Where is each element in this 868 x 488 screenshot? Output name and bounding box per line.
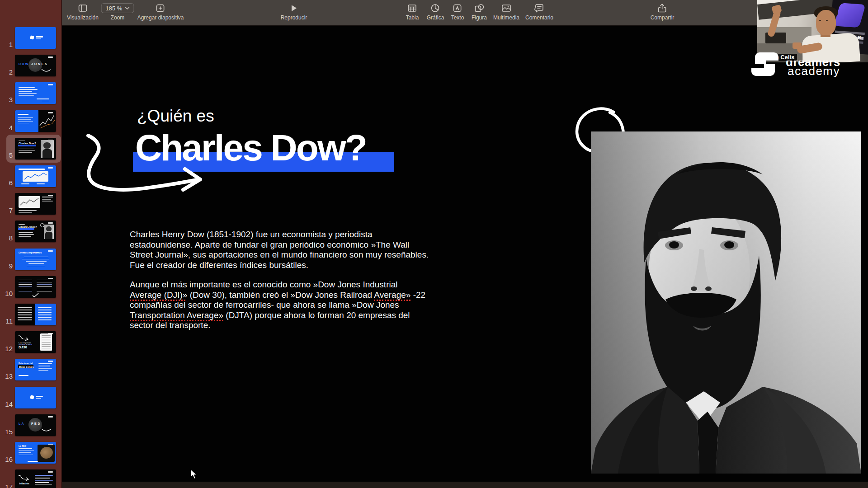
slide-number: 2 — [0, 68, 13, 76]
play-button[interactable]: Reproducir — [281, 2, 307, 21]
thumbnail-logo-mark — [48, 56, 53, 58]
slide-thumbnail-11[interactable] — [15, 304, 56, 325]
slide-thumbnail-5[interactable]: Charles Dow? — [15, 138, 56, 160]
slide-thumbnail-12[interactable]: Las empresascon más % en elDJ30 — [15, 331, 56, 353]
text-icon — [451, 2, 464, 14]
webcam-pointing-hand — [793, 42, 802, 49]
slide-thumbnail-17[interactable]: Inflación — [15, 469, 56, 488]
thumbnail-logo-mark — [48, 278, 53, 279]
slide-number: 9 — [0, 262, 13, 270]
slide-number: 7 — [0, 206, 13, 214]
thumbnail-logo-mark — [48, 416, 53, 418]
banner-logo-icon — [834, 3, 866, 28]
view-options-button[interactable]: Visualización — [67, 2, 99, 21]
zoom-control[interactable]: 185 % Zoom — [101, 2, 134, 21]
slide-number: 4 — [0, 124, 13, 131]
thumbnail-logo-mark — [48, 195, 53, 196]
shape-icon — [472, 2, 487, 14]
share-icon — [651, 2, 675, 14]
thumbnail-logo-mark — [48, 222, 53, 224]
thumbnail-logo-mark — [48, 361, 53, 362]
slide-number: 11 — [0, 317, 13, 325]
slide-number: 15 — [0, 428, 13, 436]
add-slide-icon — [137, 2, 184, 14]
chart-icon — [427, 2, 444, 14]
text-button[interactable]: Texto — [451, 2, 464, 21]
comment-button[interactable]: Comentario — [525, 2, 553, 21]
slide-navigator: 1DOWJONES234Charles Dow?567Edward Jones?… — [0, 0, 62, 488]
thumbnail-logo-mark — [48, 250, 53, 252]
thumbnail-logo-mark — [48, 471, 53, 473]
slide-title[interactable]: Charles Dow? — [135, 127, 366, 169]
brand-word-academy: academy — [788, 64, 840, 78]
shape-button[interactable]: Figura — [472, 2, 487, 21]
thumbnail-logo-mark — [48, 84, 53, 85]
slide-thumbnail-9[interactable]: Eventos importantes — [15, 249, 56, 270]
slide-number: 12 — [0, 345, 13, 352]
mouse-cursor — [190, 469, 198, 480]
slide-thumbnail-2[interactable]: DOWJONES — [15, 55, 56, 76]
slide-number: 5 — [0, 151, 13, 159]
brand-logo: dreamers academy — [746, 50, 868, 80]
slide-number: 17 — [0, 483, 13, 488]
slide-thumbnail-13[interactable]: Estaciones delDow Jones — [15, 359, 56, 380]
chart-button[interactable]: Gráfica — [427, 2, 444, 21]
table-icon — [406, 2, 419, 14]
slide-number: 14 — [0, 400, 13, 408]
slide-number: 3 — [0, 96, 13, 103]
share-button[interactable]: Compartir — [651, 2, 675, 21]
slide-thumbnail-3[interactable] — [15, 82, 56, 104]
slide-number: 1 — [0, 41, 13, 48]
body-paragraph: Aunque el más importante es el conocido … — [130, 280, 473, 331]
slide-number: 6 — [0, 179, 13, 187]
keynote-window: 1DOWJONES234Charles Dow?567Edward Jones?… — [0, 0, 868, 488]
brand-logo-icon — [746, 51, 785, 78]
slide-thumbnail-16[interactable]: La FED — [15, 442, 56, 464]
slide-thumbnail-10[interactable] — [15, 276, 56, 298]
comment-icon — [525, 2, 553, 14]
slide-thumbnail-6[interactable] — [15, 165, 56, 187]
slide-number: 16 — [0, 455, 13, 463]
webcam-face — [816, 10, 836, 35]
slide-number: 8 — [0, 234, 13, 242]
bottom-bar — [62, 482, 868, 488]
body-paragraph: Charles Henry Dow (1851-1902) fue un eco… — [130, 230, 473, 270]
slide-thumbnail-4[interactable] — [15, 110, 56, 132]
add-slide-button[interactable]: Agregar diapositiva — [137, 2, 184, 21]
thumbnail-logo-mark — [48, 167, 53, 169]
slide-number: 13 — [0, 372, 13, 380]
slide-kicker[interactable]: ¿Quién es — [137, 107, 214, 126]
slide-thumbnail-1[interactable] — [15, 27, 56, 49]
media-button[interactable]: Multimedia — [493, 2, 519, 21]
zoom-dropdown[interactable]: 185 % — [101, 3, 134, 13]
slide-thumbnail-7[interactable] — [15, 193, 56, 215]
view-icon — [67, 2, 99, 14]
slide-thumbnail-8[interactable]: Edward Jones? — [15, 221, 56, 242]
slide-thumbnail-15[interactable]: LAFED — [15, 414, 56, 436]
media-icon — [493, 2, 519, 14]
slide-thumbnail-14[interactable] — [15, 387, 56, 408]
table-button[interactable]: Tabla — [406, 2, 419, 21]
play-icon — [281, 2, 307, 14]
slide-body-textbox[interactable]: Charles Henry Dow (1851-1902) fue un eco… — [130, 230, 473, 340]
chevron-down-icon — [125, 6, 129, 10]
slide-number: 10 — [0, 290, 13, 297]
slide-canvas: ¿Quién es Charles Dow? Charles Henry Dow… — [62, 26, 868, 482]
toolbar: Visualización 185 % Zoom Agregar diaposi… — [62, 0, 868, 26]
portrait-image[interactable] — [591, 131, 861, 474]
